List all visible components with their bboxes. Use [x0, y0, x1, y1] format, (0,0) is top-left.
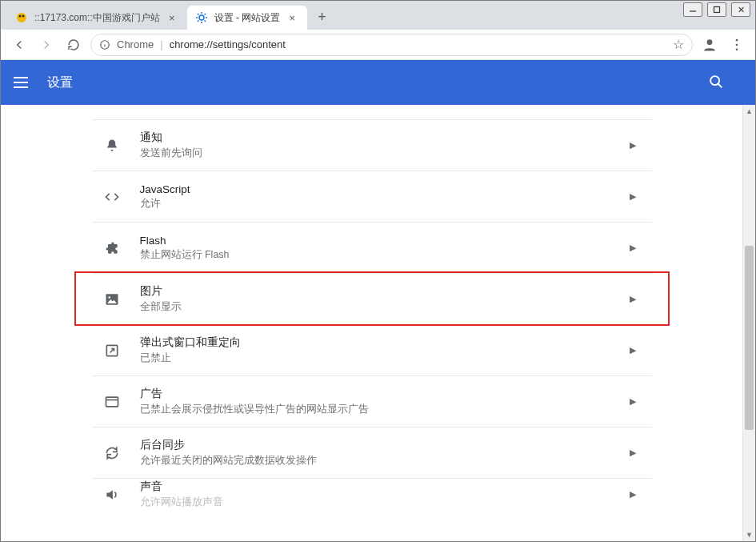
sound-icon — [103, 486, 121, 504]
ads-icon — [103, 393, 121, 411]
svg-line-11 — [204, 21, 206, 22]
tab-close-icon[interactable]: × — [286, 12, 298, 23]
tab-close-icon[interactable]: × — [166, 12, 178, 23]
omnibox-url: chrome://settings/content — [170, 38, 286, 50]
scroll-up-arrow[interactable]: ▲ — [743, 105, 755, 118]
search-icon[interactable] — [707, 73, 725, 94]
settings-row-code[interactable]: JavaScript允许▶ — [92, 171, 652, 222]
reload-button[interactable] — [63, 34, 84, 55]
chevron-right-icon: ▶ — [630, 294, 636, 304]
svg-point-17 — [707, 39, 713, 45]
forward-button[interactable] — [36, 34, 57, 55]
settings-header: 设置 — [1, 60, 755, 105]
row-subtitle: 允许网站播放声音 — [140, 496, 630, 509]
tab-settings[interactable]: 设置 - 网站设置 × — [187, 6, 308, 30]
row-title: 通知 — [140, 130, 630, 145]
row-title: JavaScript — [140, 183, 630, 195]
bookmark-star-icon[interactable]: ☆ — [673, 37, 684, 52]
puzzle-icon — [103, 239, 121, 257]
chevron-right-icon: ▶ — [630, 489, 636, 500]
svg-point-2 — [17, 13, 26, 22]
svg-point-25 — [108, 296, 110, 299]
new-tab-button[interactable]: + — [310, 6, 333, 28]
svg-point-20 — [736, 48, 738, 50]
svg-point-5 — [199, 15, 204, 20]
omnibox-separator: | — [160, 38, 162, 50]
svg-line-13 — [204, 14, 206, 15]
favicon-17173 — [15, 11, 28, 24]
omnibox-chrome-label: Chrome — [117, 38, 154, 50]
svg-line-12 — [198, 21, 199, 22]
chevron-right-icon: ▶ — [630, 345, 636, 355]
row-subtitle: 发送前先询问 — [140, 147, 630, 160]
row-title: 弹出式窗口和重定向 — [140, 335, 630, 350]
settings-title: 设置 — [47, 74, 73, 91]
row-subtitle: 全部显示 — [140, 300, 630, 314]
settings-row-image[interactable]: 图片全部显示▶ — [92, 273, 652, 324]
content-area: 动态传感器允许网站使用动态传感器▶通知发送前先询问▶JavaScript允许▶F… — [1, 105, 742, 541]
profile-button[interactable] — [699, 34, 720, 55]
favicon-settings — [195, 11, 208, 24]
chevron-right-icon: ▶ — [630, 448, 636, 458]
svg-point-3 — [19, 15, 22, 18]
tab-strip: ::17173.com::中国游戏门户站 × 设置 - 网站设置 × + — [1, 1, 755, 30]
row-title: 后台同步 — [140, 438, 630, 452]
row-title: 广告 — [140, 387, 630, 401]
window-close[interactable]: ✕ — [731, 2, 750, 17]
chevron-right-icon: ▶ — [630, 140, 636, 151]
popup-icon — [103, 342, 121, 359]
tab-title: 设置 - 网站设置 — [214, 11, 281, 25]
scroll-down-arrow[interactable]: ▼ — [743, 528, 755, 541]
svg-point-19 — [736, 43, 738, 46]
settings-row-popup[interactable]: 弹出式窗口和重定向已禁止▶ — [92, 324, 652, 375]
window-minimize[interactable] — [683, 2, 702, 17]
site-info-icon[interactable] — [99, 39, 110, 50]
row-subtitle: 已禁止会展示侵扰性或误导性广告的网站显示广告 — [140, 403, 630, 416]
row-subtitle: 允许最近关闭的网站完成数据收发操作 — [140, 454, 630, 468]
svg-point-21 — [710, 76, 719, 85]
settings-row-sync[interactable]: 后台同步允许最近关闭的网站完成数据收发操作▶ — [92, 427, 652, 478]
menu-icon[interactable] — [14, 73, 33, 92]
row-title: 声音 — [140, 480, 630, 494]
window-maximize[interactable] — [707, 2, 726, 17]
chevron-right-icon: ▶ — [630, 191, 636, 202]
bell-icon — [103, 137, 121, 155]
omnibox[interactable]: Chrome | chrome://settings/content ☆ — [90, 34, 693, 56]
row-subtitle: 允许 — [140, 197, 630, 211]
row-title: 图片 — [140, 284, 630, 299]
chevron-right-icon: ▶ — [630, 243, 636, 253]
toolbar: Chrome | chrome://settings/content ☆ — [1, 30, 755, 60]
svg-point-18 — [736, 38, 738, 41]
scroll-track[interactable] — [743, 118, 755, 528]
scroll-thumb[interactable] — [745, 246, 754, 430]
settings-row-puzzle[interactable]: Flash禁止网站运行 Flash▶ — [92, 222, 652, 273]
tab-title: ::17173.com::中国游戏门户站 — [34, 11, 160, 25]
settings-row-sound[interactable]: 声音允许网站播放声音▶ — [92, 478, 652, 510]
row-subtitle: 禁止网站运行 Flash — [140, 248, 630, 262]
chevron-right-icon: ▶ — [630, 396, 636, 407]
svg-rect-1 — [714, 7, 720, 13]
vertical-scrollbar[interactable]: ▲ ▼ — [742, 105, 755, 541]
svg-point-4 — [22, 15, 25, 18]
row-subtitle: 已禁止 — [140, 351, 630, 365]
back-button[interactable] — [9, 34, 30, 55]
tab-17173[interactable]: ::17173.com::中国游戏门户站 × — [7, 6, 187, 30]
row-title: Flash — [140, 235, 630, 247]
sync-icon — [103, 444, 121, 462]
settings-list: 动态传感器允许网站使用动态传感器▶通知发送前先询问▶JavaScript允许▶F… — [92, 105, 652, 510]
code-icon — [103, 188, 121, 206]
svg-line-22 — [718, 84, 722, 88]
settings-row-motion[interactable]: 动态传感器允许网站使用动态传感器▶ — [92, 105, 652, 119]
window-controls: ✕ — [683, 2, 750, 17]
settings-row-bell[interactable]: 通知发送前先询问▶ — [92, 119, 652, 171]
svg-rect-27 — [106, 397, 118, 407]
svg-line-10 — [198, 14, 199, 15]
image-icon — [103, 291, 121, 308]
chrome-menu-button[interactable] — [726, 34, 747, 55]
settings-row-ads[interactable]: 广告已禁止会展示侵扰性或误导性广告的网站显示广告▶ — [92, 375, 652, 427]
